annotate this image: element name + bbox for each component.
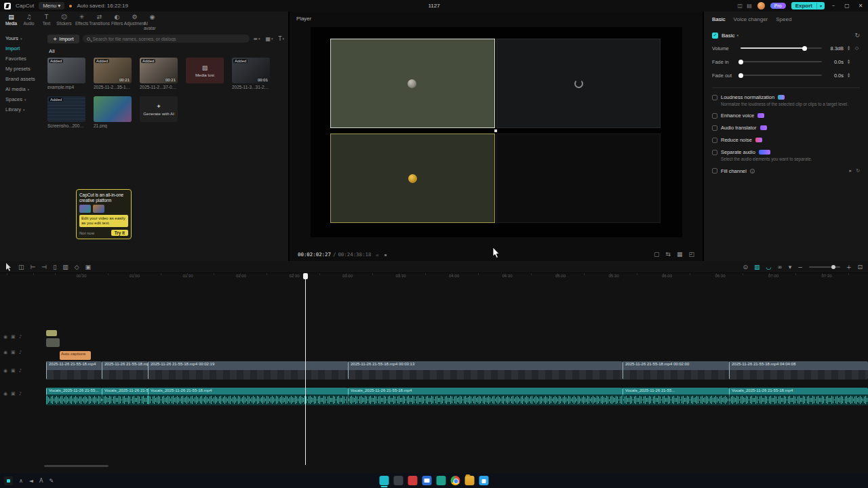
tray-chevron-icon[interactable]: ∧	[19, 478, 23, 484]
delete-icon[interactable]: ▯	[53, 264, 56, 270]
media-tab-filters[interactable]: ◐ Filters	[108, 14, 125, 31]
media-item-2025-11-2-35-18-mp4[interactable]: Added 00:21 2025-11-2...35-18.mp4	[94, 58, 132, 89]
view-grid-dropdown[interactable]: ▦▾	[266, 36, 273, 42]
sidebar-item-my-presets[interactable]: My presets	[0, 64, 43, 74]
lock-track-icon[interactable]: ▣	[11, 334, 16, 340]
user-avatar[interactable]	[757, 2, 765, 9]
playhead[interactable]	[305, 273, 306, 465]
sidebar-item-yours[interactable]: Yours ▾	[0, 33, 43, 43]
playhead-handle[interactable]	[303, 273, 308, 279]
text-clip[interactable]: Auto captions	[60, 351, 91, 360]
media-tab-transitions[interactable]: ⇄ Transitions	[91, 14, 108, 31]
media-thumbnail[interactable]: Added	[47, 96, 85, 122]
auto-captions-icon[interactable]: ▥	[754, 264, 760, 270]
media-tab-ai-avatar[interactable]: ◉ AI avatar	[144, 14, 161, 31]
frame-preview-icon[interactable]: ▫	[376, 252, 378, 257]
sidebar-item-favorites[interactable]: Favorites	[0, 54, 43, 64]
grid-resize-handle[interactable]	[494, 129, 497, 132]
preview-cell-tr[interactable]	[496, 39, 660, 128]
inspector-tab-basic[interactable]: Basic	[712, 16, 726, 22]
taskbar-app-calls[interactable]	[437, 476, 446, 485]
sort-dropdown[interactable]: ≡▾	[253, 36, 260, 42]
basic-section-checkbox[interactable]: ✓	[712, 33, 718, 39]
export-button[interactable]: Export ▾	[791, 2, 825, 9]
freeze-frame-icon[interactable]: ▥	[62, 264, 68, 270]
section-chevron-icon[interactable]: ▾	[737, 33, 739, 37]
fullscreen-icon[interactable]: ◰	[688, 251, 694, 258]
feature-checkbox[interactable]	[712, 138, 717, 143]
tooltip-dismiss-button[interactable]: Not now	[79, 231, 94, 235]
media-thumbnail[interactable]: ▨ Media lost	[186, 58, 224, 83]
media-tab-audio[interactable]: ♫ Audio	[20, 14, 37, 31]
lock-track-icon[interactable]: ▣	[11, 368, 16, 373]
select-cursor-icon[interactable]	[5, 263, 12, 271]
snapshot-icon[interactable]: ▣	[85, 264, 92, 270]
media-item-example-mp4[interactable]: Added example.mp4	[47, 58, 85, 89]
slider-track[interactable]	[741, 47, 822, 49]
media-tab-adjustment[interactable]: ⚙ Adjustment	[126, 14, 143, 31]
video-clip[interactable]: 2025-11-26 21-55-18.mp4 00:03:13	[348, 361, 623, 380]
inspector-tab-speed[interactable]: Speed	[776, 16, 791, 22]
audio-clip[interactable]: Vocals_2025-11-26 21-55...	[623, 388, 729, 405]
close-icon[interactable]: ✕	[857, 3, 864, 9]
media-thumbnail[interactable]: Added 00:21	[94, 58, 132, 83]
tooltip-cta-button[interactable]: Try it	[111, 230, 128, 236]
feature-checkbox[interactable]	[712, 150, 717, 155]
sidebar-item-import[interactable]: Import	[0, 43, 43, 54]
adapt-ratio-icon[interactable]: ▢	[654, 251, 660, 258]
audio-clip[interactable]: Vocals_2025-11-26 21-55-18.mp4	[148, 388, 348, 405]
media-item-media-lost[interactable]: ▨ Media lost	[186, 58, 224, 89]
record-voiceover-icon[interactable]: ⊙	[743, 264, 748, 270]
taskbar-app-media-red[interactable]	[408, 476, 418, 485]
taskbar-app-mail[interactable]	[422, 476, 432, 485]
timeline-scrollbar-thumb[interactable]	[44, 465, 108, 467]
preview-canvas[interactable]	[311, 27, 682, 237]
color-sample-icon[interactable]: ▪	[384, 252, 387, 257]
sidebar-item-library[interactable]: Library ▾	[0, 104, 43, 115]
preview-cell-tl[interactable]	[330, 39, 495, 128]
search-input[interactable]	[93, 37, 246, 41]
trim-right-icon[interactable]: ⊣	[41, 264, 47, 270]
taskbar-app-capcut[interactable]	[380, 476, 389, 485]
tray-volume-icon[interactable]: ◄	[29, 478, 33, 484]
tray-pen-icon[interactable]: ✎	[50, 478, 54, 484]
feature-checkbox[interactable]	[712, 113, 717, 119]
hide-track-icon[interactable]: ◉	[3, 368, 7, 373]
value-stepper[interactable]: ▲▼	[848, 45, 850, 50]
feature-checkbox[interactable]	[712, 95, 717, 100]
menu-button[interactable]: Menu ▾	[39, 2, 64, 9]
taskbar-app-camera[interactable]	[394, 476, 403, 485]
split-icon[interactable]: ◫	[18, 264, 24, 270]
reset-icon[interactable]: ↻	[856, 168, 860, 174]
mute-track-icon[interactable]: ♪	[19, 368, 22, 373]
video-clip[interactable]: 2025-11-26 21-55-18.mp4 00:02:19	[148, 361, 348, 380]
keyframe-icon[interactable]: ◇	[854, 45, 860, 51]
tray-ime-icon[interactable]: A	[39, 478, 43, 484]
media-item-2025-11-3-31-22-mp4[interactable]: Added 00:01 2025-11-3...31-22.mp4	[232, 58, 270, 89]
media-item-2025-11-2-37-02-mp4[interactable]: Added 00:21 2025-11-2...37-02.mp4	[140, 58, 178, 89]
feature-checkbox[interactable]	[712, 168, 717, 174]
taskbar-app-folder[interactable]	[465, 476, 475, 485]
media-item-screensho-20053-png[interactable]: Added Screensho...20053.png	[47, 96, 85, 128]
zoom-out-icon[interactable]: −	[797, 264, 803, 270]
sidebar-item-spaces[interactable]: Spaces ▾	[0, 94, 43, 104]
taskbar-app-store[interactable]	[479, 476, 489, 485]
mirror-icon[interactable]: ⇆	[665, 251, 671, 258]
trim-left-icon[interactable]: ⊢	[31, 264, 36, 270]
slider-handle[interactable]	[802, 46, 807, 51]
import-button[interactable]: + Import	[47, 35, 79, 43]
inspector-tab-voice-changer[interactable]: Voice changer	[734, 16, 768, 22]
value-stepper[interactable]: ▲▼	[848, 59, 850, 64]
pro-badge[interactable]: Pro	[770, 3, 786, 9]
media-thumbnail[interactable]: ✦ Generate with AI	[140, 96, 178, 122]
video-clip[interactable]: 2025-11-26 21-55-18.mp4 00:02:00	[623, 361, 729, 380]
overlay-clip[interactable]	[46, 338, 60, 347]
taskbar-app-chrome[interactable]	[451, 476, 460, 485]
video-clip[interactable]: 2025-11-26 21-55-18.mp4 04:04:08	[729, 361, 868, 380]
zoom-in-icon[interactable]: +	[846, 264, 852, 270]
slider-track[interactable]	[741, 75, 822, 76]
timeline-ruler[interactable]: 00:3001:0001:3002:0002:3003:0003:3004:00…	[0, 273, 868, 281]
mute-track-icon[interactable]: ♪	[19, 334, 22, 340]
hide-track-icon[interactable]: ◉	[3, 334, 7, 340]
marker-icon[interactable]: ◇	[75, 264, 79, 270]
